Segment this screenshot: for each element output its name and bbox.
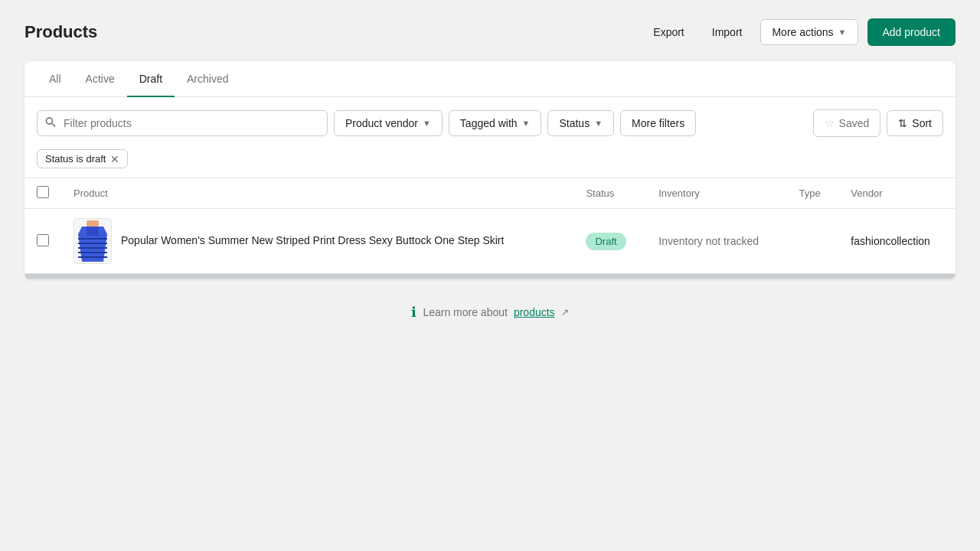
search-input[interactable] [37,110,328,136]
learn-more-section: ℹ Learn more about products ↗ [24,279,956,345]
page-title: Products [24,22,97,42]
search-wrapper [37,110,328,136]
status-badge: Draft [586,233,626,250]
export-button[interactable]: Export [644,20,693,44]
inventory-column-header: Inventory [646,178,786,209]
vendor-column-header: Vendor [838,178,956,209]
status-filter[interactable]: Status ▼ [547,110,614,136]
svg-rect-0 [87,220,99,227]
product-vendor-filter[interactable]: Product vendor ▼ [334,110,443,136]
product-name: Popular Women's Summer New Striped Print… [121,233,504,249]
vendor-value: fashioncollection [851,235,930,247]
products-table-wrapper: Product Status Inventory Type Vendor [24,178,956,273]
add-product-button[interactable]: Add product [867,18,956,46]
products-learn-more-link[interactable]: products [514,306,555,318]
product-cell: Popular Women's Summer New Striped Print… [61,209,573,274]
row-checkbox-cell [24,209,61,274]
chevron-down-icon: ▼ [522,119,531,128]
tabs-bar: All Active Draft Archived [24,61,956,97]
horizontal-scrollbar[interactable] [24,273,956,279]
learn-more-text: Learn more about [423,306,508,318]
type-column-header: Type [787,178,839,209]
active-filters: Status is draft ✕ [24,149,956,178]
external-link-icon: ↗ [561,307,569,318]
sort-button[interactable]: ⇅ Sort [887,110,943,136]
products-card: All Active Draft Archived Product vendor… [24,61,956,279]
table-header-row: Product Status Inventory Type Vendor [24,178,956,209]
product-column-header: Product [61,178,573,209]
saved-button[interactable]: ☆ Saved [813,109,881,137]
more-filters-button[interactable]: More filters [620,110,696,136]
table-row[interactable]: Popular Women's Summer New Striped Print… [24,209,956,274]
import-button[interactable]: Import [703,20,752,44]
star-icon: ☆ [825,116,835,130]
chevron-down-icon: ▼ [838,28,847,37]
select-all-header [24,178,61,209]
status-column-header: Status [573,178,646,209]
page-header: Products Export Import More actions ▼ Ad… [24,18,956,46]
select-all-checkbox[interactable] [37,186,49,198]
chevron-down-icon: ▼ [594,119,603,128]
more-actions-label: More actions [772,26,833,38]
row-checkbox[interactable] [37,234,49,246]
inventory-value: Inventory not tracked [658,235,759,247]
filters-row: Product vendor ▼ Tagged with ▼ Status ▼ … [24,97,956,149]
filter-tag-label: Status is draft [45,153,106,165]
tab-archived[interactable]: Archived [175,62,240,97]
products-table: Product Status Inventory Type Vendor [24,178,956,273]
status-draft-filter-tag: Status is draft ✕ [37,149,128,168]
tab-all[interactable]: All [37,62,74,97]
tab-draft[interactable]: Draft [127,62,175,97]
info-icon: ℹ [411,304,416,321]
sort-icon: ⇅ [898,117,907,129]
inventory-cell: Inventory not tracked [646,209,786,274]
type-cell [787,209,839,274]
tab-active[interactable]: Active [74,62,127,97]
status-cell: Draft [573,209,646,274]
header-actions: Export Import More actions ▼ Add product [644,18,956,46]
tagged-with-filter[interactable]: Tagged with ▼ [449,110,542,136]
scrollbar-thumb [24,274,956,279]
remove-filter-button[interactable]: ✕ [110,154,119,165]
search-icon [44,116,57,131]
product-thumbnail [74,218,112,264]
more-actions-button[interactable]: More actions ▼ [760,19,858,45]
vendor-cell: fashioncollection [838,209,956,274]
chevron-down-icon: ▼ [423,119,431,128]
